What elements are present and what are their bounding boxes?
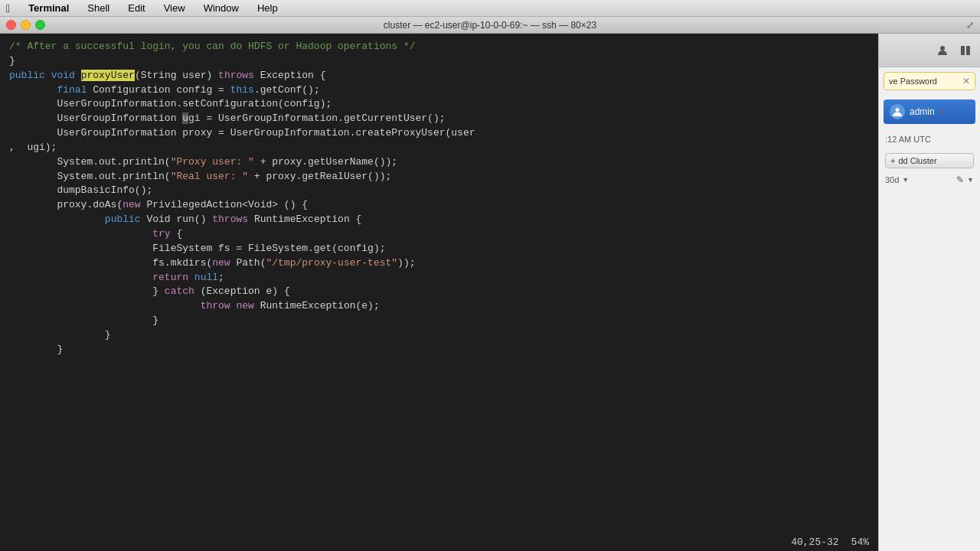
menu-shell[interactable]: Shell <box>84 2 113 14</box>
expand-button[interactable]: ⤢ <box>966 20 974 31</box>
admin-bar[interactable]: admin ▼ <box>884 99 975 124</box>
sidebar: ve Password ✕ admin ▼ :12 AM UTC + dd Cl… <box>878 34 980 551</box>
menu-edit[interactable]: Edit <box>125 2 148 14</box>
edit-dropdown-arrow: ▼ <box>967 176 974 184</box>
code-line-20: return null; <box>9 271 869 285</box>
sidebar-buttons: + dd Cluster <box>879 150 980 171</box>
admin-avatar <box>890 104 905 119</box>
add-icon: + <box>890 156 895 165</box>
period-label: 30d <box>885 175 899 184</box>
code-line-19: fs.mkdirs(new Path("/tmp/proxy-user-test… <box>9 256 869 271</box>
terminal-area[interactable]: /* After a successful login, you can do … <box>0 34 878 551</box>
code-line-6: final Configuration config = this.getCon… <box>9 83 869 98</box>
code-line-22: throw new RuntimeException(e); <box>9 299 869 314</box>
sidebar-info: :12 AM UTC <box>879 129 980 150</box>
menu-view[interactable]: View <box>161 2 188 14</box>
code-line-2: } <box>9 54 869 69</box>
sidebar-footer[interactable]: 30d ▼ ✎ ▼ <box>879 171 980 188</box>
svg-rect-2 <box>966 46 970 55</box>
code-line-24: } <box>9 328 869 343</box>
code-line-12: System.out.println("Proxy user: " + prox… <box>9 155 869 170</box>
apple-menu[interactable]:  <box>6 2 10 15</box>
status-bar: 40,25-32 54% <box>0 534 878 551</box>
scroll-percent: 54% <box>851 536 869 550</box>
code-line-16: public Void run() throws RuntimeExceptio… <box>9 213 869 227</box>
time-label: :12 AM UTC <box>885 135 931 144</box>
code-line-14: dumpBasicInfo(); <box>9 184 869 198</box>
save-password-label: ve Password <box>889 77 937 86</box>
code-line-8: UserGroupInformation ugi = UserGroupInfo… <box>9 112 869 126</box>
admin-dropdown-arrow: ▼ <box>939 108 946 116</box>
person-icon[interactable] <box>934 42 951 59</box>
minimize-button[interactable] <box>21 20 31 30</box>
menu-window[interactable]: Window <box>201 2 242 14</box>
code-line-7: UserGroupInformation.setConfiguration(co… <box>9 97 869 112</box>
code-line-9: UserGroupInformation proxy = UserGroupIn… <box>9 126 869 141</box>
code-line-1: /* After a successful login, you can do … <box>9 40 869 54</box>
svg-point-0 <box>940 46 945 51</box>
title-bar: cluster — ec2-user@ip-10-0-0-69:~ — ssh … <box>0 17 980 34</box>
window-title: cluster — ec2-user@ip-10-0-0-69:~ — ssh … <box>384 20 596 31</box>
close-button[interactable] <box>6 20 16 30</box>
svg-rect-1 <box>961 46 965 55</box>
traffic-lights <box>6 20 45 30</box>
admin-label: admin <box>910 106 935 117</box>
code-line-23: } <box>9 314 869 328</box>
cursor-position: 40,25-32 <box>791 536 838 550</box>
save-password-close[interactable]: ✕ <box>962 76 970 86</box>
maximize-button[interactable] <box>35 20 45 30</box>
code-line-18: FileSystem fs = FileSystem.get(config); <box>9 242 869 256</box>
menu-bar:  Terminal Shell Edit View Window Help <box>0 0 980 17</box>
save-password-bar: ve Password ✕ <box>884 72 975 90</box>
code-line-10: , ugi); <box>9 141 869 155</box>
add-cluster-button[interactable]: + dd Cluster <box>885 153 974 168</box>
menu-help[interactable]: Help <box>254 2 281 14</box>
edit-icon[interactable]: ✎ <box>956 174 964 185</box>
code-line-26: } <box>9 343 869 357</box>
code-line-5: public void proxyUser(String user) throw… <box>9 69 869 83</box>
menu-terminal[interactable]: Terminal <box>25 2 72 14</box>
main-container: /* After a successful login, you can do … <box>0 34 980 551</box>
svg-point-3 <box>896 108 900 112</box>
period-dropdown-arrow: ▼ <box>902 176 909 184</box>
expand-sidebar-icon[interactable] <box>957 42 974 59</box>
code-line-15: proxy.doAs(new PrivilegedAction<Void> ()… <box>9 198 869 213</box>
sidebar-header <box>879 34 980 67</box>
code-line-13: System.out.println("Real user: " + proxy… <box>9 170 869 184</box>
code-line-17: try { <box>9 227 869 242</box>
code-line-21: } catch (Exception e) { <box>9 285 869 299</box>
